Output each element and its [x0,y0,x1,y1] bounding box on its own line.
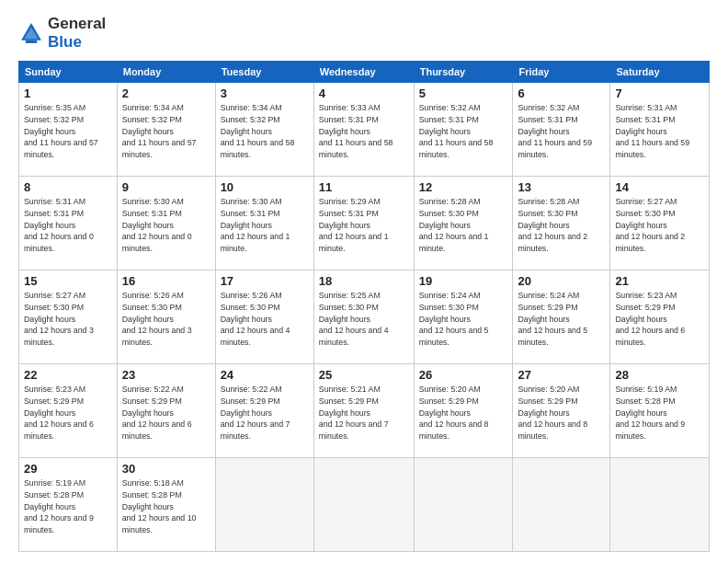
day-info: Sunrise: 5:18 AMSunset: 5:28 PMDaylight … [122,478,197,534]
day-info: Sunrise: 5:35 AMSunset: 5:32 PMDaylight … [24,103,98,159]
col-saturday: Saturday [610,62,710,83]
col-thursday: Thursday [414,62,513,83]
day-info: Sunrise: 5:25 AMSunset: 5:30 PMDaylight … [319,291,389,347]
calendar-body: 1Sunrise: 5:35 AMSunset: 5:32 PMDaylight… [19,83,710,552]
table-row: 17Sunrise: 5:26 AMSunset: 5:30 PMDayligh… [215,270,313,364]
table-row: 2Sunrise: 5:34 AMSunset: 5:32 PMDaylight… [117,83,215,177]
day-info: Sunrise: 5:34 AMSunset: 5:32 PMDaylight … [122,103,197,159]
table-row [414,458,513,552]
day-number: 19 [419,274,508,288]
day-number: 30 [122,462,210,476]
day-number: 22 [24,368,112,382]
day-number: 23 [122,368,210,382]
day-info: Sunrise: 5:22 AMSunset: 5:29 PMDaylight … [221,385,290,441]
table-row [215,458,313,552]
table-row: 28Sunrise: 5:19 AMSunset: 5:28 PMDayligh… [610,364,710,458]
day-number: 7 [615,86,704,100]
day-info: Sunrise: 5:28 AMSunset: 5:30 PMDaylight … [419,197,489,253]
col-wednesday: Wednesday [313,62,414,83]
table-row: 10Sunrise: 5:30 AMSunset: 5:31 PMDayligh… [215,177,313,270]
day-info: Sunrise: 5:20 AMSunset: 5:29 PMDaylight … [518,385,587,441]
day-info: Sunrise: 5:26 AMSunset: 5:30 PMDaylight … [122,291,192,347]
table-row: 11Sunrise: 5:29 AMSunset: 5:31 PMDayligh… [313,177,414,270]
col-tuesday: Tuesday [215,62,313,83]
table-row [610,458,710,552]
day-number: 13 [518,180,605,194]
day-info: Sunrise: 5:28 AMSunset: 5:30 PMDaylight … [518,197,587,253]
table-row: 29Sunrise: 5:19 AMSunset: 5:28 PMDayligh… [19,458,118,552]
calendar-table: Sunday Monday Tuesday Wednesday Thursday… [18,61,710,552]
day-number: 3 [221,86,309,100]
day-number: 24 [221,368,309,382]
logo-text: General Blue [48,15,106,52]
col-monday: Monday [117,62,215,83]
table-row: 1Sunrise: 5:35 AMSunset: 5:32 PMDaylight… [19,83,118,177]
day-info: Sunrise: 5:24 AMSunset: 5:29 PMDaylight … [518,291,587,347]
table-row: 25Sunrise: 5:21 AMSunset: 5:29 PMDayligh… [313,364,414,458]
day-info: Sunrise: 5:23 AMSunset: 5:29 PMDaylight … [615,291,685,347]
table-row: 6Sunrise: 5:32 AMSunset: 5:31 PMDaylight… [513,83,610,177]
logo: General Blue [18,15,106,52]
day-number: 17 [221,274,309,288]
svg-rect-2 [26,40,37,43]
table-row: 19Sunrise: 5:24 AMSunset: 5:30 PMDayligh… [414,270,513,364]
table-row: 15Sunrise: 5:27 AMSunset: 5:30 PMDayligh… [19,270,118,364]
table-row: 27Sunrise: 5:20 AMSunset: 5:29 PMDayligh… [513,364,610,458]
logo-icon [18,20,44,46]
day-number: 1 [24,86,112,100]
col-sunday: Sunday [19,62,118,83]
day-number: 9 [122,180,210,194]
table-row: 3Sunrise: 5:34 AMSunset: 5:32 PMDaylight… [215,83,313,177]
day-info: Sunrise: 5:30 AMSunset: 5:31 PMDaylight … [122,197,192,253]
day-info: Sunrise: 5:27 AMSunset: 5:30 PMDaylight … [24,291,94,347]
calendar-page: General Blue Sunday Monday Tuesday Wedne… [0,0,728,563]
calendar-header: Sunday Monday Tuesday Wednesday Thursday… [19,62,710,83]
day-info: Sunrise: 5:19 AMSunset: 5:28 PMDaylight … [24,478,94,534]
table-row: 9Sunrise: 5:30 AMSunset: 5:31 PMDaylight… [117,177,215,270]
day-info: Sunrise: 5:32 AMSunset: 5:31 PMDaylight … [419,103,494,159]
day-info: Sunrise: 5:32 AMSunset: 5:31 PMDaylight … [518,103,592,159]
day-number: 29 [24,462,112,476]
day-info: Sunrise: 5:23 AMSunset: 5:29 PMDaylight … [24,385,94,441]
day-info: Sunrise: 5:20 AMSunset: 5:29 PMDaylight … [419,385,489,441]
day-number: 16 [122,274,210,288]
table-row: 22Sunrise: 5:23 AMSunset: 5:29 PMDayligh… [19,364,118,458]
day-info: Sunrise: 5:21 AMSunset: 5:29 PMDaylight … [319,385,389,441]
day-number: 6 [518,86,605,100]
day-info: Sunrise: 5:31 AMSunset: 5:31 PMDaylight … [24,197,94,253]
table-row: 23Sunrise: 5:22 AMSunset: 5:29 PMDayligh… [117,364,215,458]
day-info: Sunrise: 5:29 AMSunset: 5:31 PMDaylight … [319,197,389,253]
day-info: Sunrise: 5:34 AMSunset: 5:32 PMDaylight … [221,103,295,159]
day-number: 20 [518,274,605,288]
day-number: 11 [319,180,409,194]
day-info: Sunrise: 5:24 AMSunset: 5:30 PMDaylight … [419,291,489,347]
day-info: Sunrise: 5:33 AMSunset: 5:31 PMDaylight … [319,103,393,159]
day-number: 15 [24,274,112,288]
day-info: Sunrise: 5:31 AMSunset: 5:31 PMDaylight … [615,103,689,159]
table-row: 12Sunrise: 5:28 AMSunset: 5:30 PMDayligh… [414,177,513,270]
table-row: 20Sunrise: 5:24 AMSunset: 5:29 PMDayligh… [513,270,610,364]
day-number: 12 [419,180,508,194]
table-row: 26Sunrise: 5:20 AMSunset: 5:29 PMDayligh… [414,364,513,458]
table-row: 16Sunrise: 5:26 AMSunset: 5:30 PMDayligh… [117,270,215,364]
day-number: 14 [615,180,704,194]
day-number: 10 [221,180,309,194]
day-number: 2 [122,86,210,100]
day-number: 25 [319,368,409,382]
day-number: 26 [419,368,508,382]
table-row: 21Sunrise: 5:23 AMSunset: 5:29 PMDayligh… [610,270,710,364]
table-row: 5Sunrise: 5:32 AMSunset: 5:31 PMDaylight… [414,83,513,177]
day-info: Sunrise: 5:26 AMSunset: 5:30 PMDaylight … [221,291,290,347]
table-row [313,458,414,552]
day-number: 28 [615,368,704,382]
table-row: 8Sunrise: 5:31 AMSunset: 5:31 PMDaylight… [19,177,118,270]
day-info: Sunrise: 5:27 AMSunset: 5:30 PMDaylight … [615,197,685,253]
table-row: 14Sunrise: 5:27 AMSunset: 5:30 PMDayligh… [610,177,710,270]
day-number: 21 [615,274,704,288]
day-number: 18 [319,274,409,288]
day-info: Sunrise: 5:19 AMSunset: 5:28 PMDaylight … [615,385,685,441]
header: General Blue [18,15,710,52]
day-number: 27 [518,368,605,382]
table-row: 4Sunrise: 5:33 AMSunset: 5:31 PMDaylight… [313,83,414,177]
day-number: 8 [24,180,112,194]
